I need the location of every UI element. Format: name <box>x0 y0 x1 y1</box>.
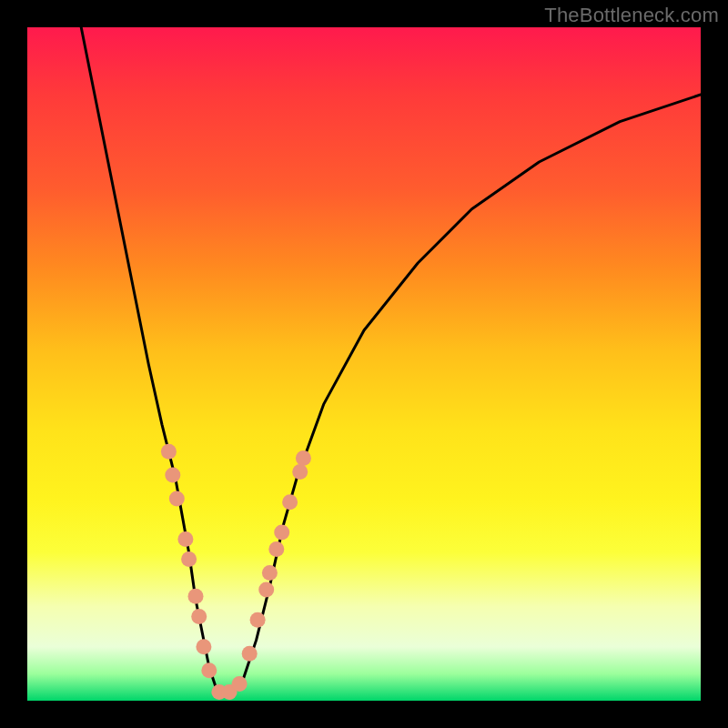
plot-gradient-background <box>27 27 701 701</box>
chart-container: TheBottleneck.com <box>0 0 728 728</box>
watermark-text: TheBottleneck.com <box>544 4 719 27</box>
